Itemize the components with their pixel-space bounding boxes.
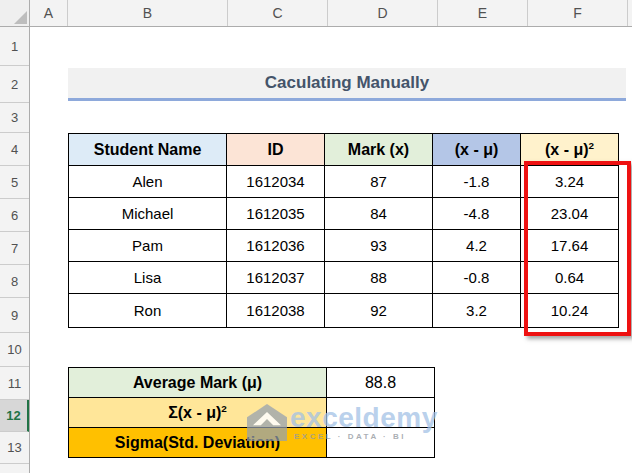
row-header-12-active[interactable]: 12	[0, 400, 29, 432]
header-deviation-squared-exponent: 2	[589, 140, 595, 151]
student-marks-table: Student Name ID Mark (x) (x - μ) (x - μ)…	[68, 133, 619, 328]
sum-squares-label-base: Σ(x - μ)	[168, 404, 221, 421]
cell-B9[interactable]: Ron	[69, 294, 227, 328]
cell-D6[interactable]: 84	[325, 198, 433, 230]
header-cell-deviation-squared[interactable]: (x - μ)2	[521, 134, 619, 166]
column-header-E[interactable]: E	[438, 0, 528, 26]
row-header-9[interactable]: 9	[0, 298, 29, 333]
cell-B8[interactable]: Lisa	[69, 262, 227, 294]
header-cell-student-name[interactable]: Student Name	[69, 134, 227, 166]
cell-sum-squares-label[interactable]: Σ(x - μ)2	[69, 398, 327, 428]
cell-D9[interactable]: 92	[325, 294, 433, 328]
summary-row-sum-of-squares: Σ(x - μ)2	[69, 398, 435, 428]
cell-F8[interactable]: 0.64	[521, 262, 619, 294]
header-deviation-squared-base: (x - μ)	[545, 141, 589, 158]
table-row: Michael 1612035 84 -4.8 23.04	[69, 198, 619, 230]
row-header-2[interactable]: 2	[0, 66, 29, 103]
cell-F5[interactable]: 3.24	[521, 166, 619, 198]
sheet-title-cell[interactable]: Caculating Manually	[68, 68, 626, 101]
cell-B6[interactable]: Michael	[69, 198, 227, 230]
cell-average-mark-label[interactable]: Average Mark (μ)	[69, 368, 327, 398]
column-header-partial	[628, 0, 632, 26]
cell-B7[interactable]: Pam	[69, 230, 227, 262]
sum-squares-label-exponent: 2	[221, 403, 227, 414]
column-header-D[interactable]: D	[328, 0, 438, 26]
cell-F9[interactable]: 10.24	[521, 294, 619, 328]
cell-E7[interactable]: 4.2	[433, 230, 521, 262]
cell-E8[interactable]: -0.8	[433, 262, 521, 294]
cell-D7[interactable]: 93	[325, 230, 433, 262]
cell-F7[interactable]: 17.64	[521, 230, 619, 262]
cell-C6[interactable]: 1612035	[227, 198, 325, 230]
row-header-4[interactable]: 4	[0, 133, 29, 166]
column-header-C[interactable]: C	[228, 0, 328, 26]
cell-E5[interactable]: -1.8	[433, 166, 521, 198]
cell-F6[interactable]: 23.04	[521, 198, 619, 230]
cell-sum-squares-value[interactable]	[327, 398, 435, 428]
header-cell-id[interactable]: ID	[227, 134, 325, 166]
cell-B5[interactable]: Alen	[69, 166, 227, 198]
table-row: Lisa 1612037 88 -0.8 0.64	[69, 262, 619, 294]
row-header-7[interactable]: 7	[0, 232, 29, 265]
row-header-10[interactable]: 10	[0, 333, 29, 367]
cell-sigma-label[interactable]: Sigma(Std. Deviation)	[69, 428, 327, 458]
row-header-5[interactable]: 5	[0, 166, 29, 199]
row-header-6[interactable]: 6	[0, 199, 29, 232]
summary-row-average: Average Mark (μ) 88.8	[69, 368, 435, 398]
row-header-1[interactable]: 1	[0, 27, 29, 66]
row-header-8[interactable]: 8	[0, 265, 29, 298]
header-cell-deviation[interactable]: (x - μ)	[433, 134, 521, 166]
cell-C7[interactable]: 1612036	[227, 230, 325, 262]
summary-table: Average Mark (μ) 88.8 Σ(x - μ)2 Sigma(St…	[68, 367, 435, 458]
cell-D5[interactable]: 87	[325, 166, 433, 198]
table-row: Alen 1612034 87 -1.8 3.24	[69, 166, 619, 198]
row-header-13[interactable]: 13	[0, 432, 29, 464]
cell-average-mark-value[interactable]: 88.8	[327, 368, 435, 398]
cell-C5[interactable]: 1612034	[227, 166, 325, 198]
cell-D8[interactable]: 88	[325, 262, 433, 294]
column-header-B[interactable]: B	[68, 0, 228, 26]
table-row: Ron 1612038 92 3.2 10.24	[69, 294, 619, 328]
summary-row-sigma: Sigma(Std. Deviation)	[69, 428, 435, 458]
header-cell-mark[interactable]: Mark (x)	[325, 134, 433, 166]
cell-E6[interactable]: -4.8	[433, 198, 521, 230]
select-all-button[interactable]	[0, 0, 30, 27]
cell-sigma-value[interactable]	[327, 428, 435, 458]
row-header-3[interactable]: 3	[0, 103, 29, 133]
column-header-A[interactable]: A	[30, 0, 68, 26]
row-header-11[interactable]: 11	[0, 367, 29, 400]
excel-worksheet: A B C D E F 1 2 3 4 5 6 7 8 9 10 11 12 1…	[0, 0, 632, 473]
cell-C8[interactable]: 1612037	[227, 262, 325, 294]
cell-E9[interactable]: 3.2	[433, 294, 521, 328]
table-header-row: Student Name ID Mark (x) (x - μ) (x - μ)…	[69, 134, 619, 166]
table-row: Pam 1612036 93 4.2 17.64	[69, 230, 619, 262]
select-all-triangle-icon	[14, 11, 27, 24]
column-header-F[interactable]: F	[528, 0, 628, 26]
column-header-strip: A B C D E F	[30, 0, 632, 27]
cell-C9[interactable]: 1612038	[227, 294, 325, 328]
row-header-partial	[0, 464, 29, 473]
row-header-strip: 1 2 3 4 5 6 7 8 9 10 11 12 13	[0, 27, 30, 473]
